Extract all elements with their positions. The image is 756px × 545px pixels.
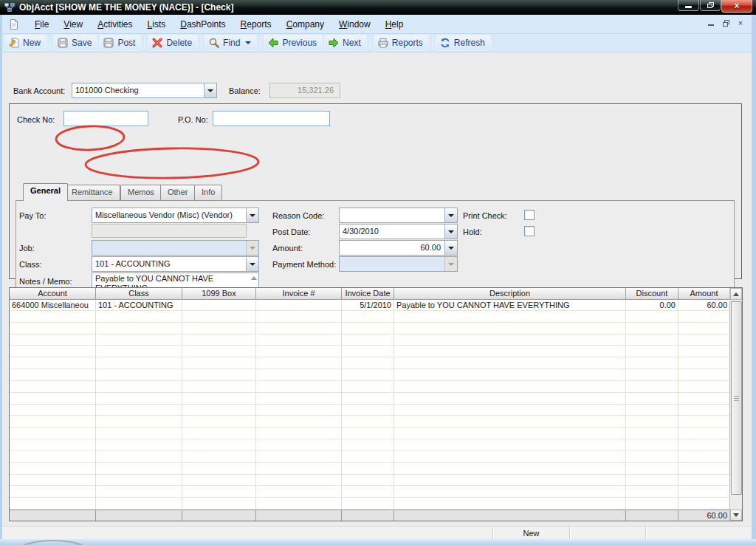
menu-dashpoints[interactable]: DashPoints <box>173 16 233 32</box>
application-window: ObjAcct [SHOW ME THE MONEY (NACE)] - [Ch… <box>0 0 756 545</box>
tab-memos[interactable]: Memos <box>120 185 162 200</box>
grid-empty-rows[interactable] <box>10 311 742 510</box>
column-header-amount[interactable]: Amount <box>678 288 730 300</box>
table-row-empty[interactable] <box>10 498 742 510</box>
payment-method-value <box>340 257 444 271</box>
chevron-down-icon[interactable] <box>246 257 258 271</box>
chevron-down-icon[interactable] <box>444 224 457 239</box>
table-row-empty[interactable] <box>10 439 742 451</box>
cell-invoice-date: 5/1/2010 <box>342 300 394 311</box>
table-row-empty[interactable] <box>10 486 742 498</box>
scrollbar-thumb[interactable] <box>731 301 742 495</box>
mdi-minimize-button[interactable] <box>706 18 716 28</box>
reason-code-combobox[interactable] <box>339 208 458 223</box>
refresh-button[interactable]: Refresh <box>436 35 491 51</box>
table-row-empty[interactable] <box>10 451 742 463</box>
menu-view[interactable]: View <box>56 16 90 32</box>
print-check-label: Print Check: <box>463 211 507 220</box>
table-row[interactable]: 664000 Miscellaneou 101 - ACCOUNTING 5/1… <box>10 300 742 311</box>
post-date-combobox[interactable]: 4/30/2010 <box>339 224 458 239</box>
mdi-restore-button[interactable] <box>721 18 731 28</box>
scroll-up-icon[interactable] <box>251 276 257 280</box>
toolbar-separator <box>370 37 371 49</box>
payment-method-label: Payment Method: <box>272 260 336 269</box>
window-minimize-button[interactable] <box>678 0 699 11</box>
mdi-close-button[interactable]: × <box>735 18 746 28</box>
find-dropdown-icon[interactable] <box>245 41 251 44</box>
window-restore-button[interactable] <box>700 0 721 11</box>
column-header-class[interactable]: Class <box>96 288 182 300</box>
table-row-empty[interactable] <box>10 335 742 346</box>
table-row-empty[interactable] <box>10 393 742 405</box>
window-close-button[interactable]: × <box>721 0 752 13</box>
line-items-grid: Account Class 1099 Box Invoice # Invoice… <box>9 287 743 521</box>
class-label: Class: <box>19 260 42 269</box>
menu-reports[interactable]: Reports <box>233 16 279 32</box>
menu-window[interactable]: Window <box>331 16 378 32</box>
find-button[interactable]: Find <box>205 35 257 51</box>
table-row-empty[interactable] <box>10 416 742 428</box>
delete-button[interactable]: Delete <box>148 35 198 51</box>
hold-checkbox[interactable] <box>524 226 535 236</box>
chevron-down-icon[interactable] <box>204 83 216 97</box>
pay-to-combobox[interactable]: Miscellaneous Vendor (Misc) (Vendor) <box>92 208 259 223</box>
cell-description: Payable to YOU CANNOT HAVE EVERYTHING <box>394 300 626 311</box>
table-row-empty[interactable] <box>10 357 742 369</box>
table-row-empty[interactable] <box>10 428 742 439</box>
title-bar: ObjAcct [SHOW ME THE MONEY (NACE)] - [Ch… <box>0 0 756 15</box>
cell-invoice-no <box>256 300 342 311</box>
bank-account-combobox[interactable]: 101000 Checking <box>72 83 217 98</box>
chevron-down-icon[interactable] <box>444 241 457 255</box>
cell-1099-box <box>182 300 256 311</box>
column-header-invoice-no[interactable]: Invoice # <box>256 288 342 300</box>
table-row-empty[interactable] <box>10 346 742 357</box>
class-value: 101 - ACCOUNTING <box>92 257 246 271</box>
new-button[interactable]: New <box>4 35 47 51</box>
menu-company[interactable]: Company <box>279 16 331 32</box>
toolbar-separator <box>144 37 145 49</box>
restore-icon <box>723 20 729 27</box>
column-header-invoice-date[interactable]: Invoice Date <box>342 288 394 300</box>
tab-remittance[interactable]: Remittance <box>64 185 120 200</box>
payment-method-combobox <box>339 256 458 272</box>
refresh-icon <box>439 37 451 49</box>
po-no-label: P.O. No: <box>178 115 208 124</box>
scrollbar-down-button[interactable] <box>730 510 742 521</box>
po-no-input[interactable] <box>213 111 330 126</box>
next-button[interactable]: Next <box>324 35 367 51</box>
table-row-empty[interactable] <box>10 323 742 335</box>
check-no-input[interactable] <box>63 111 148 126</box>
menu-activities[interactable]: Activities <box>90 16 140 32</box>
menu-help[interactable]: Help <box>378 16 411 32</box>
table-row-empty[interactable] <box>10 475 742 487</box>
print-check-checkbox[interactable] <box>524 210 535 220</box>
scrollbar-up-button[interactable] <box>730 288 742 300</box>
table-row-empty[interactable] <box>10 463 742 475</box>
menu-file[interactable]: File <box>27 16 56 32</box>
column-header-account[interactable]: Account <box>10 288 96 300</box>
save-button[interactable]: Save <box>53 35 97 51</box>
vertical-scrollbar[interactable] <box>729 288 742 521</box>
table-row-empty[interactable] <box>10 405 742 417</box>
class-combobox[interactable]: 101 - ACCOUNTING <box>92 256 259 272</box>
menu-bar: File View Activities Lists DashPoints Re… <box>2 15 752 34</box>
chevron-down-icon[interactable] <box>246 208 258 222</box>
post-button[interactable]: Post <box>99 35 141 51</box>
tab-general[interactable]: General <box>23 183 68 201</box>
cell-account: 664000 Miscellaneou <box>10 300 96 311</box>
tab-other[interactable]: Other <box>160 185 196 200</box>
table-row-empty[interactable] <box>10 381 742 393</box>
previous-button[interactable]: Previous <box>264 35 323 51</box>
column-header-1099-box[interactable]: 1099 Box <box>182 288 256 300</box>
reason-code-value <box>340 208 444 222</box>
table-row-empty[interactable] <box>10 369 742 381</box>
table-row-empty[interactable] <box>10 311 742 323</box>
column-header-description[interactable]: Description <box>394 288 626 300</box>
amount-field[interactable]: 60.00 <box>339 240 458 256</box>
tab-info[interactable]: Info <box>194 185 222 200</box>
reason-code-label: Reason Code: <box>272 211 324 220</box>
chevron-down-icon[interactable] <box>444 208 457 222</box>
reports-button[interactable]: Reports <box>374 35 429 51</box>
column-header-discount[interactable]: Discount <box>626 288 678 300</box>
menu-lists[interactable]: Lists <box>140 16 173 32</box>
